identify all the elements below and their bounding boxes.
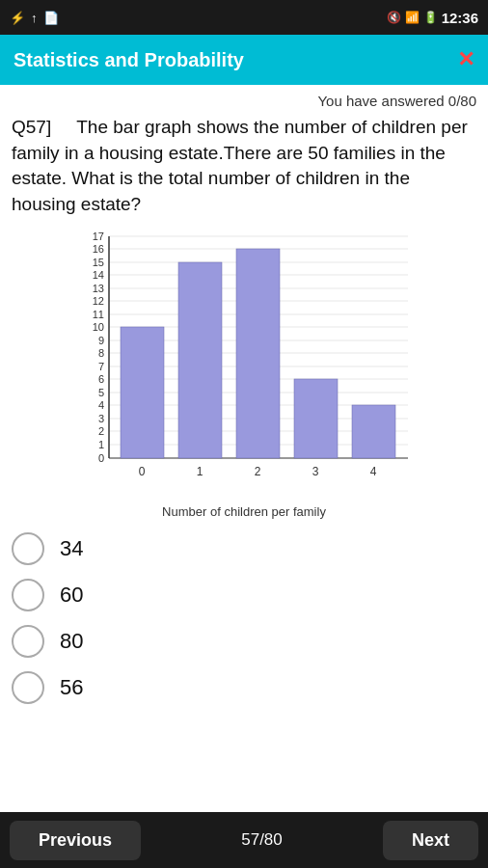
svg-text:6: 6 — [98, 373, 104, 385]
svg-text:8: 8 — [98, 347, 104, 359]
svg-text:2: 2 — [98, 425, 104, 437]
question-body: The bar graph shows the number of childr… — [12, 117, 468, 214]
svg-text:5: 5 — [98, 387, 104, 398]
signal-icon: 📶 — [405, 11, 420, 24]
x-axis-labels: 0 1 2 3 4 — [139, 465, 377, 478]
mute-icon: 🔇 — [387, 11, 401, 24]
radio-btn-4[interactable] — [12, 671, 44, 704]
svg-text:12: 12 — [93, 295, 104, 307]
chart-container: 17 16 15 14 13 12 11 10 — [70, 227, 418, 519]
svg-text:16: 16 — [93, 243, 104, 255]
content-area: You have answered 0/80 Q57] The bar grap… — [0, 85, 488, 812]
radio-btn-2[interactable] — [12, 579, 44, 611]
page-indicator: 57/80 — [241, 830, 283, 850]
radio-btn-3[interactable] — [12, 625, 44, 658]
battery-icon: 🔋 — [423, 11, 438, 24]
bar-4 — [352, 405, 395, 458]
option-label-1: 34 — [60, 536, 83, 561]
svg-text:17: 17 — [93, 231, 104, 242]
svg-text:14: 14 — [93, 269, 104, 281]
svg-text:4: 4 — [98, 399, 104, 411]
chart-svg: 17 16 15 14 13 12 11 10 — [70, 227, 418, 501]
chart-x-label: Number of children per family — [70, 504, 418, 519]
svg-text:7: 7 — [98, 361, 104, 372]
svg-text:3: 3 — [98, 413, 104, 424]
option-row-2: 60 — [12, 579, 476, 611]
svg-text:3: 3 — [312, 465, 319, 478]
question-number: Q57] — [12, 117, 51, 137]
svg-text:15: 15 — [93, 257, 104, 268]
option-label-3: 80 — [60, 629, 83, 654]
clock: 12:36 — [442, 10, 478, 26]
previous-button[interactable]: Previous — [10, 821, 141, 860]
bar-1 — [178, 262, 222, 458]
svg-text:9: 9 — [98, 335, 104, 346]
next-button[interactable]: Next — [383, 821, 478, 860]
answer-options: 34 60 80 56 — [12, 532, 476, 704]
status-bar: ⚡ ↑ 📄 🔇 📶 🔋 12:36 — [0, 0, 488, 35]
upload-icon: ↑ — [31, 11, 38, 25]
svg-text:13: 13 — [93, 283, 104, 294]
option-row-4: 56 — [12, 671, 476, 704]
bar-2 — [236, 249, 280, 458]
status-icons-left: ⚡ ↑ 📄 — [10, 11, 59, 25]
app-header: Statistics and Probability ✕ — [0, 35, 488, 85]
svg-text:0: 0 — [139, 465, 146, 478]
bar-0 — [121, 327, 164, 458]
file-icon: 📄 — [43, 11, 59, 25]
answered-label: You have answered 0/80 — [12, 93, 476, 109]
svg-text:2: 2 — [255, 465, 261, 478]
svg-text:10: 10 — [93, 321, 104, 333]
bar-chart: 17 16 15 14 13 12 11 10 — [70, 227, 418, 497]
svg-text:4: 4 — [370, 465, 377, 478]
option-row-1: 34 — [12, 532, 476, 565]
svg-text:1: 1 — [98, 439, 104, 450]
bar-3 — [294, 379, 338, 458]
option-label-4: 56 — [60, 675, 83, 700]
svg-text:11: 11 — [93, 309, 104, 320]
svg-text:1: 1 — [197, 465, 203, 478]
close-button[interactable]: ✕ — [457, 47, 474, 72]
usb-icon: ⚡ — [10, 11, 25, 25]
bottom-navigation: Previous 57/80 Next — [0, 812, 488, 868]
option-label-2: 60 — [60, 583, 83, 608]
radio-btn-1[interactable] — [12, 532, 44, 565]
option-row-3: 80 — [12, 625, 476, 658]
app-title: Statistics and Probability — [14, 49, 244, 71]
question-text: Q57] The bar graph shows the number of c… — [12, 115, 476, 217]
svg-text:0: 0 — [98, 452, 104, 464]
status-icons-right: 🔇 📶 🔋 12:36 — [387, 10, 478, 26]
